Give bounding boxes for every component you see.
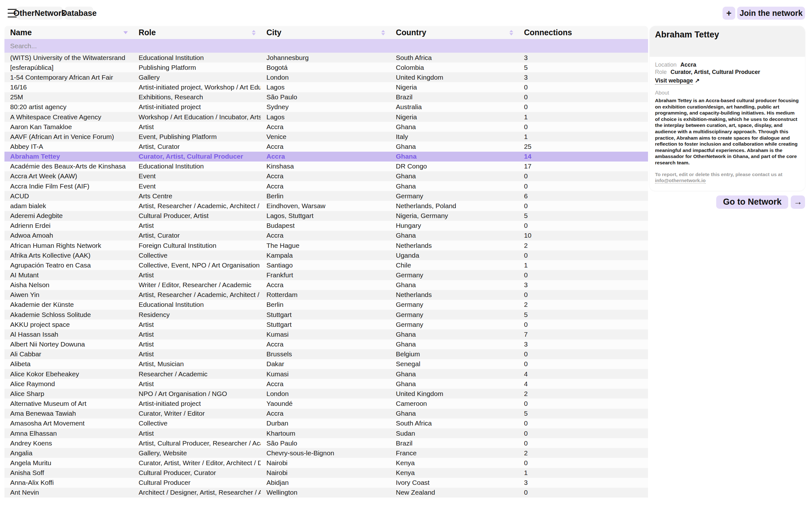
table-row[interactable]: Anisha SoffCultural Producer, CuratorNai… <box>4 468 648 478</box>
cell-connections: 5 <box>518 311 648 319</box>
cell-city: Durban <box>261 420 390 427</box>
cell-name: Alice Sharp <box>4 390 133 397</box>
table-row[interactable]: Aisha NelsonWriter / Editor, Researcher … <box>4 280 648 290</box>
table-row[interactable]: Anna-Alix KoffiCultural ProducerAbidjanI… <box>4 478 648 488</box>
cell-connections: 0 <box>518 350 648 358</box>
cell-connections: 3 <box>518 281 648 289</box>
report-note: To report, edit or delete this entry, pl… <box>655 171 800 184</box>
cell-country: Sudan <box>390 430 518 437</box>
cell-name: Accra Art Week (AAW) <box>4 172 133 180</box>
column-header-connections[interactable]: Connections <box>518 26 648 39</box>
table-row[interactable]: Akademie der KünsteEducational Instituti… <box>4 300 648 310</box>
table-row[interactable]: AI MutantArtistFrankfurtGermany0 <box>4 270 648 280</box>
arrow-right-button[interactable]: → <box>791 196 805 209</box>
table-row[interactable]: Ama Benewaa TawiahCurator, Writer / Edit… <box>4 409 648 419</box>
cell-city: Berlin <box>261 192 390 200</box>
cell-city: São Paulo <box>261 93 390 101</box>
table-row[interactable]: (WITS) University of the WitwatersrandEd… <box>4 53 648 62</box>
table-row[interactable]: Aaron Kan TamakloeArtistAccraGhana0 <box>4 122 648 132</box>
table-row[interactable]: Amasosha Art MovementCollectiveDurbanSou… <box>4 419 648 428</box>
cell-connections: 2 <box>518 242 648 249</box>
cell-city: Nairobi <box>261 459 390 467</box>
table-row[interactable]: 16/16Artist-initiated project, Workshop … <box>4 82 648 92</box>
cell-connections: 1 <box>518 133 648 140</box>
table-row[interactable]: AKKU project spaceArtistStuttgartGermany… <box>4 320 648 329</box>
cell-role: Educational Institution <box>133 301 261 308</box>
table-row[interactable]: Académie des Beaux-Arts de KinshasaEduca… <box>4 162 648 171</box>
table-row[interactable]: Adwoa AmoahArtist, CuratorAccraGhana10 <box>4 231 648 241</box>
cell-connections: 0 <box>518 222 648 229</box>
table-row[interactable]: adam bialekArtist, Researcher / Academic… <box>4 201 648 211</box>
table-row[interactable]: Accra Art Week (AAW)EventAccraGhana0 <box>4 171 648 181</box>
cell-role: Artist, Curator <box>133 143 261 151</box>
column-label: Connections <box>524 28 572 37</box>
table-row[interactable]: Abbey IT-AArtist, CuratorAccraGhana25 <box>4 141 648 151</box>
visit-webpage-label[interactable]: Visit webpage <box>655 77 693 85</box>
table-row[interactable]: Ali CabbarArtistBrusselsBelgium0 <box>4 349 648 359</box>
cell-connections: 4 <box>518 380 648 388</box>
cell-role: Artist <box>133 222 261 229</box>
sort-updown-icon[interactable] <box>509 30 513 35</box>
cell-city: Accra <box>261 281 390 289</box>
cell-connections: 0 <box>518 400 648 408</box>
table-row[interactable]: Alice SharpNPO / Art Organisation / NGOL… <box>4 389 648 398</box>
table-row[interactable]: Amna ElhassanArtistKhartoumSudan0 <box>4 428 648 438</box>
table-row[interactable]: Ant NevinArchitect / Designer, Artist, R… <box>4 488 648 498</box>
cell-name: Alibeta <box>4 360 133 368</box>
cell-connections: 5 <box>518 410 648 417</box>
table-row[interactable]: 80:20 artist agencyArtist-initiated proj… <box>4 102 648 112</box>
cell-role: Gallery, Website <box>133 449 261 457</box>
cell-connections: 0 <box>518 123 648 131</box>
search-input[interactable] <box>4 42 201 50</box>
table-row[interactable]: Adrienn ErdeiArtistBudapestHungary0 <box>4 221 648 231</box>
table-row[interactable]: 25MExhibitions, ResearchSão PauloBrazil0 <box>4 92 648 102</box>
table-row[interactable]: AlibetaArtist, MusicianDakarSenegal0 <box>4 359 648 369</box>
table-row[interactable]: AAVF (African Art in Venice Forum)Event,… <box>4 132 648 141</box>
cell-city: London <box>261 74 390 81</box>
go-to-network-button[interactable]: Go to Network <box>716 196 788 209</box>
sort-updown-icon[interactable] <box>381 30 385 35</box>
brand-button[interactable]: OtherNetwork <box>16 7 63 20</box>
table-row[interactable]: A Whitespace Creative AgencyWorkshop / A… <box>4 112 648 122</box>
column-header-role[interactable]: Role <box>133 26 261 39</box>
cell-connections: 3 <box>518 74 648 81</box>
cell-city: Kinshasa <box>261 163 390 170</box>
table-row[interactable]: Alice RaymondArtistAccraGhana4 <box>4 379 648 389</box>
table-header-row: NameRoleCityCountryConnections <box>4 26 648 39</box>
visit-webpage-link[interactable]: Visit webpage↗ <box>655 77 800 84</box>
column-header-name[interactable]: Name <box>4 26 133 39</box>
table-row[interactable]: Albert Nii Nortey DowunaArtistAccraGhana… <box>4 340 648 349</box>
sort-desc-icon[interactable] <box>123 31 128 34</box>
cell-connections: 17 <box>518 163 648 170</box>
table-row[interactable]: Agrupación Teatro en CasaCollective, Eve… <box>4 260 648 270</box>
sort-updown-icon[interactable] <box>252 30 256 35</box>
add-entry-button[interactable]: + <box>723 7 735 20</box>
table-row[interactable]: Akademie Schloss SolitudeResidencyStuttg… <box>4 310 648 320</box>
table-row[interactable]: Aderemi AdegbiteCultural Producer, Artis… <box>4 211 648 221</box>
table-row[interactable]: Alice Kokor EbeheakeyResearcher / Academ… <box>4 369 648 379</box>
table-row[interactable]: [esferapública]Publishing PlatformBogotá… <box>4 62 648 72</box>
table-row[interactable]: AngaliaGallery, WebsiteChevry-sous-le-Bi… <box>4 448 648 458</box>
cell-role: Researcher / Academic <box>133 370 261 378</box>
table-row[interactable]: Angela MurituCurator, Artist, Writer / E… <box>4 458 648 468</box>
table-row[interactable]: African Human Rights NetworkForeign Cult… <box>4 241 648 250</box>
role-label: Role <box>655 69 667 75</box>
table-row-selected[interactable]: Abraham TetteyCurator, Artist, Cultural … <box>4 152 648 162</box>
column-header-country[interactable]: Country <box>390 26 518 39</box>
cell-country: Ghana <box>390 182 518 190</box>
cell-city: Accra <box>261 340 390 348</box>
detail-column: Abraham Tettey LocationAccra RoleCurator… <box>649 26 805 209</box>
contact-email-link[interactable]: info@othernetwork.io <box>655 178 706 184</box>
table-row[interactable]: 1-54 Contemporary African Art FairGaller… <box>4 72 648 82</box>
table-row[interactable]: ACUDArts CentreBerlinGermany6 <box>4 191 648 201</box>
table-row[interactable]: Aiwen YinArtist, Researcher / Academic, … <box>4 290 648 300</box>
join-network-button[interactable]: Join the network <box>737 7 805 20</box>
table-row[interactable]: Accra Indie Film Fest (AIF)EventAccraGha… <box>4 181 648 191</box>
table-row[interactable]: Alternative Museum of ArtArtist-initiate… <box>4 398 648 408</box>
table-row[interactable]: Afrika Arts Kollective (AAK)CollectiveKa… <box>4 250 648 260</box>
table-row[interactable]: Al Hassan IssahArtistKumasiGhana7 <box>4 329 648 339</box>
nav-database-button[interactable]: Database <box>65 7 93 20</box>
cell-country: New Zealand <box>390 489 518 496</box>
column-header-city[interactable]: City <box>261 26 390 39</box>
table-row[interactable]: Andrey KoensArtist, Cultural Producer, R… <box>4 438 648 448</box>
